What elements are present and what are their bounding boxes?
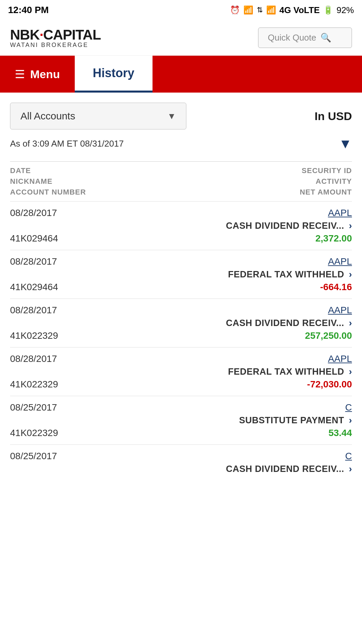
battery-icon: 🔋 (323, 5, 333, 15)
col-left-headers: DATE NICKNAME ACCOUNT NUMBER (10, 166, 86, 197)
tx-date: 08/28/2017 (10, 305, 57, 316)
tx-line3: 41K029464 -664.16 (10, 282, 352, 292)
tx-account: 41K022329 (10, 428, 58, 438)
tx-activity: CASH DIVIDEND RECEIV... (226, 221, 344, 231)
search-icon: 🔍 (320, 33, 331, 43)
history-tab[interactable]: History (75, 56, 153, 93)
tx-date: 08/28/2017 (10, 354, 57, 364)
tx-detail-arrow[interactable]: › (349, 464, 352, 474)
tx-date: 08/25/2017 (10, 451, 57, 462)
tx-line3: 41K022329 257,250.00 (10, 330, 352, 341)
table-row: 08/28/2017 AAPL CASH DIVIDEND RECEIV... … (10, 299, 352, 347)
tx-line3: 41K022329 53.44 (10, 428, 352, 438)
tx-security[interactable]: C (345, 451, 352, 462)
tx-activity: CASH DIVIDEND RECEIV... (226, 464, 344, 474)
column-headers: DATE NICKNAME ACCOUNT NUMBER SECURITY ID… (10, 161, 352, 201)
signal-icon: 📶 (243, 5, 253, 15)
account-dropdown-label: All Accounts (20, 110, 75, 122)
tx-security[interactable]: AAPL (328, 354, 352, 364)
tx-amount: -72,030.00 (307, 379, 352, 390)
tx-line2: FEDERAL TAX WITHHELD › (10, 366, 352, 377)
menu-button[interactable]: ☰ Menu (0, 56, 75, 93)
tx-amount: 2,372.00 (315, 233, 352, 244)
tx-date: 08/28/2017 (10, 208, 57, 218)
history-label: History (93, 66, 134, 80)
tx-line1: 08/25/2017 C (10, 451, 352, 462)
main-content: All Accounts ▼ In USD As of 3:09 AM ET 0… (0, 93, 362, 482)
tx-security[interactable]: C (345, 402, 352, 413)
tx-activity: SUBSTITUTE PAYMENT (239, 415, 344, 426)
table-row: 08/25/2017 C CASH DIVIDEND RECEIV... › (10, 444, 352, 482)
col-right-headers: SECURITY ID ACTIVITY NET AMOUNT (300, 166, 352, 197)
hamburger-icon: ☰ (15, 67, 25, 81)
filter-row: All Accounts ▼ In USD (10, 103, 352, 129)
logo-nbk-text: NBK (10, 27, 40, 43)
logo-name: NBK·CAPITAL (10, 27, 101, 43)
status-bar: 12:40 PM ⏰ 📶 ⇅ 📶 4G VoLTE 🔋 92% (0, 0, 362, 20)
tx-detail-arrow[interactable]: › (349, 415, 352, 426)
tx-line1: 08/28/2017 AAPL (10, 305, 352, 316)
data-transfer-icon: ⇅ (257, 6, 263, 14)
tx-detail-arrow[interactable]: › (349, 366, 352, 377)
tx-line1: 08/28/2017 AAPL (10, 208, 352, 218)
tx-account: 41K022329 (10, 330, 58, 341)
tx-line1: 08/25/2017 C (10, 402, 352, 413)
tx-line1: 08/28/2017 AAPL (10, 256, 352, 267)
date-header: DATE (10, 166, 86, 175)
table-row: 08/28/2017 AAPL FEDERAL TAX WITHHELD › 4… (10, 347, 352, 396)
table-row: 08/28/2017 AAPL CASH DIVIDEND RECEIV... … (10, 201, 352, 250)
logo-subtitle: WATANI BROKERAGE (10, 42, 88, 49)
logo: NBK·CAPITAL WATANI BROKERAGE (10, 27, 101, 49)
alarm-icon: ⏰ (230, 5, 240, 15)
tx-line2: FEDERAL TAX WITHHELD › (10, 269, 352, 280)
tx-activity: CASH DIVIDEND RECEIV... (226, 318, 344, 328)
tx-amount: 53.44 (328, 428, 352, 438)
tx-activity: FEDERAL TAX WITHHELD (228, 367, 344, 377)
tx-date: 08/28/2017 (10, 256, 57, 267)
activity-header: ACTIVITY (316, 177, 352, 186)
transactions-list: 08/28/2017 AAPL CASH DIVIDEND RECEIV... … (10, 201, 352, 482)
tx-security[interactable]: AAPL (328, 305, 352, 316)
tx-line3: 41K022329 -72,030.00 (10, 379, 352, 390)
tx-line1: 08/28/2017 AAPL (10, 354, 352, 364)
tx-account: 41K029464 (10, 282, 58, 292)
tx-detail-arrow[interactable]: › (349, 220, 352, 231)
battery-percent: 92% (337, 5, 354, 15)
tx-detail-arrow[interactable]: › (349, 269, 352, 280)
network-label: 4G VoLTE (280, 5, 320, 15)
account-number-header: ACCOUNT NUMBER (10, 188, 86, 197)
filter-icon[interactable]: ▼ (339, 136, 352, 151)
tx-account: 41K029464 (10, 233, 58, 244)
nav-bar: ☰ Menu History (0, 56, 362, 93)
table-row: 08/28/2017 AAPL FEDERAL TAX WITHHELD › 4… (10, 250, 352, 299)
nickname-header: NICKNAME (10, 177, 86, 186)
as-of-date: As of 3:09 AM ET 08/31/2017 (10, 139, 124, 149)
logo-dot: · (40, 27, 43, 43)
tx-activity: FEDERAL TAX WITHHELD (228, 269, 344, 280)
table-row: 08/25/2017 C SUBSTITUTE PAYMENT › 41K022… (10, 396, 352, 444)
tx-line2: CASH DIVIDEND RECEIV... › (10, 464, 352, 474)
date-filter-row: As of 3:09 AM ET 08/31/2017 ▼ (10, 136, 352, 151)
menu-label: Menu (30, 68, 60, 81)
app-header: NBK·CAPITAL WATANI BROKERAGE Quick Quote… (0, 20, 362, 56)
tx-line2: CASH DIVIDEND RECEIV... › (10, 220, 352, 231)
net-amount-header: NET AMOUNT (300, 188, 352, 197)
security-id-header: SECURITY ID (302, 166, 352, 175)
logo-capital-text: CAPITAL (43, 27, 101, 43)
account-dropdown[interactable]: All Accounts ▼ (10, 103, 186, 129)
tx-security[interactable]: AAPL (328, 256, 352, 267)
tx-line3: 41K029464 2,372.00 (10, 233, 352, 244)
status-icons: ⏰ 📶 ⇅ 📶 4G VoLTE 🔋 92% (230, 5, 354, 15)
tx-date: 08/25/2017 (10, 402, 57, 413)
tx-detail-arrow[interactable]: › (349, 318, 352, 328)
tx-line2: CASH DIVIDEND RECEIV... › (10, 318, 352, 328)
tx-account: 41K022329 (10, 379, 58, 390)
dropdown-arrow-icon: ▼ (167, 111, 176, 121)
quick-quote-label: Quick Quote (268, 33, 316, 43)
tx-amount: 257,250.00 (305, 330, 352, 341)
signal2-icon: 📶 (266, 5, 276, 15)
tx-security[interactable]: AAPL (328, 208, 352, 218)
status-time: 12:40 PM (8, 5, 49, 15)
currency-label: In USD (196, 110, 352, 123)
quick-quote-button[interactable]: Quick Quote 🔍 (258, 28, 352, 48)
